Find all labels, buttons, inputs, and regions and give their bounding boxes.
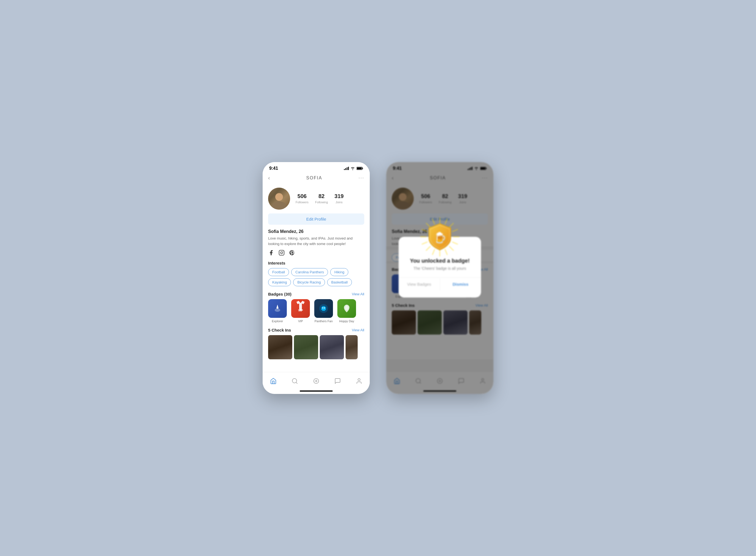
- badge-panthers-fan[interactable]: Panthers Fan: [314, 299, 333, 323]
- badge-vip[interactable]: VIP VIP: [291, 299, 310, 323]
- add-icon: [313, 378, 319, 384]
- facebook-icon[interactable]: [268, 250, 274, 256]
- checkin-image-1[interactable]: [268, 335, 292, 359]
- nav-home-button[interactable]: [267, 375, 279, 387]
- cheers-badge-icon: 🍺: [427, 223, 452, 250]
- badges-section: Badges (30) View All Explorer: [263, 288, 370, 324]
- profile-section: 506 Followers 82 Following 319 Joins Edi…: [263, 183, 370, 225]
- home-indicator-left: [300, 390, 333, 392]
- checkin-image-3[interactable]: [320, 335, 344, 359]
- svg-point-11: [324, 307, 325, 309]
- bio-section: Sofia Mendez, 26 Love music, hiking, spo…: [263, 225, 370, 256]
- svg-point-5: [283, 251, 283, 252]
- badges-view-all[interactable]: View All: [352, 292, 364, 296]
- following-count: 82: [315, 193, 328, 200]
- tag-bicycle-racing[interactable]: Bicycle Racing: [293, 278, 325, 286]
- pinterest-icon[interactable]: [289, 250, 295, 256]
- svg-line-38: [422, 242, 427, 244]
- badges-row: Explorer VIP VIP: [268, 299, 364, 324]
- badge-panthers-label: Panthers Fan: [314, 319, 333, 323]
- checkin-image-2[interactable]: [294, 335, 318, 359]
- signal-bars-icon: [344, 167, 349, 170]
- search-icon: [291, 378, 298, 384]
- unlock-badge-modal: 🍺 You unlocked a badge! The 'Cheers' bad…: [399, 237, 481, 298]
- profile-icon: [356, 378, 362, 384]
- svg-point-4: [280, 252, 282, 253]
- followers-count: 506: [296, 193, 309, 200]
- page-title-left: SOFIA: [306, 176, 322, 180]
- modal-overlay[interactable]: 🍺 You unlocked a badge! The 'Cheers' bad…: [386, 162, 493, 394]
- chat-icon: [334, 378, 341, 384]
- badge-hoppy-day[interactable]: Hoppy Day: [337, 299, 356, 323]
- modal-actions: View Badges Dismiss: [399, 277, 481, 291]
- svg-line-40: [422, 230, 427, 232]
- phones-container: 9:41 ‹ SOFIA: [263, 162, 493, 394]
- badge-vip-icon: VIP: [291, 299, 310, 318]
- phone-right: 9:41 ‹ SOFIA ···: [386, 162, 493, 394]
- checkins-title: 5 Check Ins: [268, 328, 291, 333]
- profile-top: 506 Followers 82 Following 319 Joins: [268, 187, 364, 210]
- followers-label: Followers: [296, 201, 309, 204]
- nav-add-button[interactable]: [310, 375, 322, 387]
- bio-text: Love music, hiking, sports, and IPAs. Ju…: [268, 236, 364, 246]
- badges-header: Badges (30) View All: [268, 292, 364, 297]
- interests-tags: Football Carolina Panthers Hiking Kayaki…: [268, 268, 364, 286]
- status-bar-left: 9:41: [263, 162, 370, 173]
- instagram-icon[interactable]: [279, 250, 285, 256]
- checkin-image-4[interactable]: [346, 335, 358, 359]
- badge-hoppy-icon: [337, 299, 356, 318]
- social-icons-row: [268, 250, 364, 256]
- joins-count: 319: [335, 193, 344, 200]
- phone-left: 9:41 ‹ SOFIA: [263, 162, 370, 394]
- svg-rect-3: [279, 250, 284, 255]
- badge-trophy-container: 🍺: [399, 220, 481, 253]
- svg-rect-1: [362, 168, 363, 169]
- following-stat[interactable]: 82 Following: [315, 193, 328, 204]
- nav-chat-button[interactable]: [332, 375, 344, 387]
- badges-title: Badges (30): [268, 292, 291, 297]
- view-badges-button[interactable]: View Badges: [399, 277, 440, 291]
- user-name: Sofia Mendez, 26: [268, 229, 364, 234]
- badge-hoppy-label: Hoppy Day: [339, 319, 354, 323]
- followers-stat[interactable]: 506 Followers: [296, 193, 309, 204]
- badge-panthers-icon: [314, 299, 333, 318]
- joins-stat[interactable]: 319 Joins: [335, 193, 344, 204]
- svg-text:🍺: 🍺: [434, 231, 447, 244]
- svg-point-10: [322, 307, 323, 309]
- checkins-view-all[interactable]: View All: [352, 328, 364, 332]
- badge-explorer[interactable]: Explorer: [268, 299, 287, 323]
- svg-line-13: [296, 382, 297, 383]
- tag-carolina-panthers[interactable]: Carolina Panthers: [291, 268, 328, 276]
- tag-kayaking[interactable]: Kayaking: [268, 278, 291, 286]
- joins-label: Joins: [335, 201, 343, 204]
- tag-football[interactable]: Football: [268, 268, 289, 276]
- svg-line-32: [452, 242, 457, 244]
- svg-rect-2: [357, 167, 362, 169]
- tag-hiking[interactable]: Hiking: [330, 268, 348, 276]
- svg-point-9: [277, 307, 278, 309]
- badge-vip-label: VIP: [298, 319, 303, 323]
- more-button-left[interactable]: ···: [358, 175, 364, 181]
- nav-profile-button[interactable]: [353, 375, 365, 387]
- status-time-left: 9:41: [269, 166, 278, 171]
- battery-icon: [356, 167, 363, 170]
- following-label: Following: [315, 201, 328, 204]
- edit-profile-button[interactable]: Edit Profile: [268, 213, 364, 225]
- bottom-nav-left: [263, 372, 370, 394]
- interests-section: Interests Football Carolina Panthers Hik…: [263, 257, 370, 286]
- badge-explorer-icon: [268, 299, 287, 318]
- status-icons-left: [344, 167, 363, 170]
- dismiss-button[interactable]: Dismiss: [440, 277, 481, 291]
- avatar-image: [268, 187, 290, 210]
- nav-search-button[interactable]: [289, 375, 301, 387]
- svg-point-17: [358, 379, 360, 381]
- modal-subtitle: The 'Cheers' badge is all yours: [399, 266, 481, 271]
- tag-basketball[interactable]: Basketball: [327, 278, 352, 286]
- back-button-left[interactable]: ‹: [268, 175, 270, 181]
- svg-line-30: [452, 230, 457, 232]
- top-nav-left: ‹ SOFIA ···: [263, 173, 370, 183]
- checkins-row: [268, 335, 364, 359]
- interests-title: Interests: [268, 261, 285, 265]
- checkins-header: 5 Check Ins View All: [268, 328, 364, 333]
- home-icon: [270, 378, 277, 384]
